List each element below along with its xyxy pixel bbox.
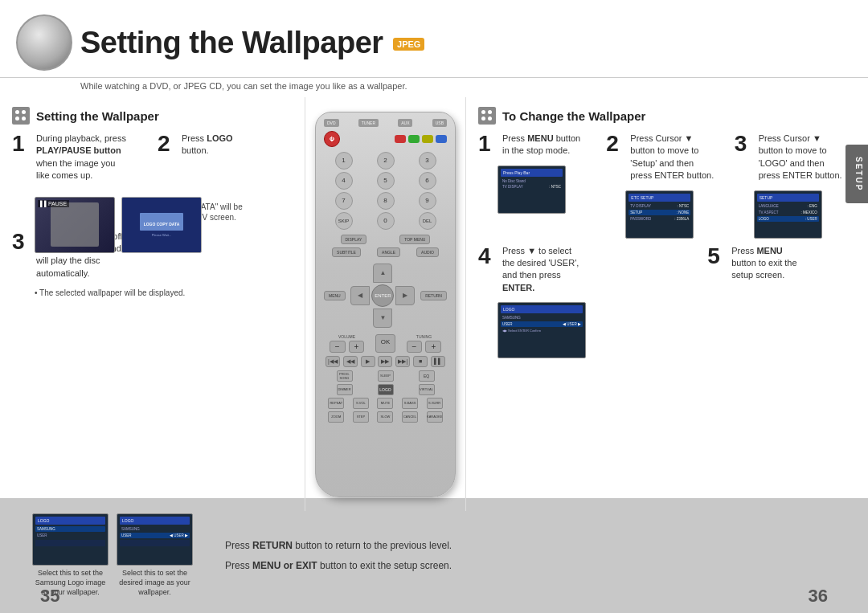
s-vol-btn[interactable]: S.VOL — [353, 398, 369, 409]
right-step4-content: 4 Press ▼ to select the desired 'USER', … — [478, 245, 701, 295]
fwd-btn[interactable]: ▶▶ — [378, 356, 392, 367]
eq-btn[interactable]: EQ — [419, 370, 435, 382]
page-numbers: 35 36 — [0, 586, 868, 607]
dpad-right[interactable]: ▶ — [395, 286, 415, 305]
bottom-screen2-user: USER ◀ USER ▶ — [120, 533, 190, 538]
page-right: 36 — [809, 586, 828, 607]
power-button[interactable]: ⏻ — [324, 131, 340, 147]
num-8[interactable]: 8 — [377, 192, 395, 210]
columns-container: Setting the Wallpaper 1 During playback,… — [0, 97, 868, 511]
cancel-btn[interactable]: CANCEL — [402, 411, 418, 423]
aux-btn[interactable]: AUX — [398, 119, 412, 127]
screen1-title: Press Play Bar — [501, 169, 563, 177]
page-title: Setting the Wallpaper — [80, 26, 383, 59]
num-2[interactable]: 2 — [377, 152, 395, 170]
zoom-btn[interactable]: ZOOM — [328, 411, 344, 423]
logo-screen-inner: LOGO COPY DATA Please Wait... — [122, 198, 201, 252]
repeat-btn[interactable]: REPEAT — [328, 398, 344, 409]
return-btn[interactable]: RETURN — [420, 291, 447, 300]
num-6[interactable]: 6 — [419, 172, 436, 190]
bottom-screen1-user: USER — [35, 533, 105, 538]
extra-row3: REPEAT S.VOL MUTE S.BASS S.SURR — [324, 398, 447, 409]
screen3-row1: LANGUAGE : ENG — [757, 203, 819, 209]
left-step2: 2 Press LOGO button. — [158, 133, 293, 157]
dpad-up[interactable]: ▲ — [373, 264, 392, 283]
bottom-screen1-title: LOGO — [35, 517, 105, 525]
s-surr-btn[interactable]: S.SURR — [427, 398, 443, 409]
tuning-up[interactable]: + — [425, 341, 441, 353]
next-btn[interactable]: ▶▶| — [395, 356, 410, 367]
extra-row1: PROG. SONG SLEEP EQ — [324, 370, 447, 382]
right-step5-text: Press MENU button to exit the setup scre… — [731, 245, 796, 282]
dpad-down[interactable]: ▼ — [373, 309, 392, 328]
dpad-enter[interactable]: ENTER — [371, 284, 394, 307]
virtual-btn[interactable]: VIRTUAL — [419, 384, 435, 395]
screen1-title-text: Press Play Bar — [503, 170, 530, 175]
tuning-down[interactable]: − — [407, 341, 423, 353]
ok-btn[interactable]: OK — [375, 334, 396, 353]
right-step3-content: 3 Press Cursor ▼ button to move to 'LOGO… — [735, 133, 856, 182]
screen1-row1: TV DISPLAY : NTSC — [501, 184, 563, 190]
dimmer-btn[interactable]: DIMMER — [337, 384, 353, 395]
right-step1: 1 Press MENU button in the stop mode. Pr… — [478, 133, 600, 239]
right-screen2: ETC SETUP TV DISPLAY : NTSC SETUP : NONE… — [625, 190, 694, 239]
screen2-row3: PASSWORD : 2356LA — [628, 216, 690, 222]
logo-btn[interactable]: LOGO — [378, 384, 394, 395]
vol-up[interactable]: + — [349, 341, 365, 353]
dpad-left[interactable]: ◀ — [350, 286, 370, 305]
stop-btn[interactable]: ■ — [413, 356, 428, 367]
num-4[interactable]: 4 — [335, 172, 353, 190]
logo-copy-text: LOGO COPY DATA — [144, 222, 180, 227]
green-btn[interactable] — [408, 135, 420, 143]
blue-btn[interactable] — [436, 135, 447, 143]
sleep-btn[interactable]: SLEEP — [378, 370, 394, 382]
screen4-row1: SAMSUNG — [501, 315, 583, 321]
person-image — [51, 202, 99, 247]
right-step4: 4 Press ▼ to select the desired 'USER', … — [478, 245, 701, 359]
num-skip[interactable]: SKIP — [335, 212, 353, 230]
tuner-btn[interactable]: TUNER — [358, 119, 379, 127]
dvd-btn[interactable]: DVD — [324, 119, 339, 127]
logo-copy-subtext: Please Wait... — [152, 233, 172, 237]
remote-top-buttons: DVD TUNER AUX USB — [324, 119, 447, 127]
audio-btn[interactable]: AUDIO — [416, 247, 439, 257]
prev-btn[interactable]: |◀◀ — [326, 356, 340, 367]
slow-btn[interactable]: SLOW — [377, 411, 393, 423]
remote-section2: SUBTITLE ANGLE AUDIO — [324, 247, 447, 257]
num-1[interactable]: 1 — [335, 152, 353, 170]
mute-btn[interactable]: MUTE — [377, 398, 393, 409]
karaoke-btn[interactable]: KARAOKE — [427, 411, 443, 423]
menu-btn[interactable]: MENU — [324, 291, 346, 300]
subtitle-btn[interactable]: SUBTITLE — [332, 247, 361, 257]
vol-down[interactable]: − — [330, 341, 346, 353]
angle-btn[interactable]: ANGLE — [377, 247, 400, 257]
dpad: ▲ ▼ ◀ ▶ ENTER — [350, 264, 415, 328]
display-btn[interactable]: DISPLAY — [341, 235, 367, 244]
right-step2: 2 Press Cursor ▼ button to move to 'Setu… — [606, 133, 727, 239]
top-menu-btn[interactable]: TOP MENU — [399, 235, 430, 244]
num-0[interactable]: 0 — [377, 212, 395, 230]
num-7[interactable]: 7 — [335, 192, 353, 210]
num-del[interactable]: DEL — [419, 212, 436, 230]
page-left: 35 — [40, 586, 59, 607]
left-step1: 1 During playback, press PLAY/PAUSE butt… — [12, 133, 147, 182]
step-btn[interactable]: STEP — [353, 411, 369, 423]
yellow-btn[interactable] — [422, 135, 433, 143]
play-btn[interactable]: ▶ — [361, 356, 375, 367]
screen4-bottom: ◀▶ Select ENTER Confirm — [501, 328, 583, 333]
screen2-row2-setup: SETUP : NONE — [628, 210, 690, 215]
pause-btn[interactable]: ▌▌ — [431, 356, 445, 367]
rew-btn[interactable]: ◀◀ — [343, 356, 358, 367]
red-btn[interactable] — [395, 135, 406, 143]
jpeg-badge: JPEG — [393, 38, 424, 51]
center-column: DVD TUNER AUX USB ⏻ 1 — [305, 97, 466, 511]
right-step5-content: 5 Press MENU button to exit the setup sc… — [707, 245, 856, 282]
prog-song-btn[interactable]: PROG. SONG — [337, 370, 353, 382]
header: Setting the Wallpaper JPEG — [0, 0, 868, 78]
bottom-thumb1-screen: LOGO SAMSUNG USER — [32, 513, 108, 566]
num-5[interactable]: 5 — [377, 172, 395, 190]
s-bass-btn[interactable]: S.BASS — [402, 398, 418, 409]
usb-btn[interactable]: USB — [432, 119, 447, 127]
num-9[interactable]: 9 — [419, 192, 436, 210]
num-3[interactable]: 3 — [419, 152, 436, 170]
